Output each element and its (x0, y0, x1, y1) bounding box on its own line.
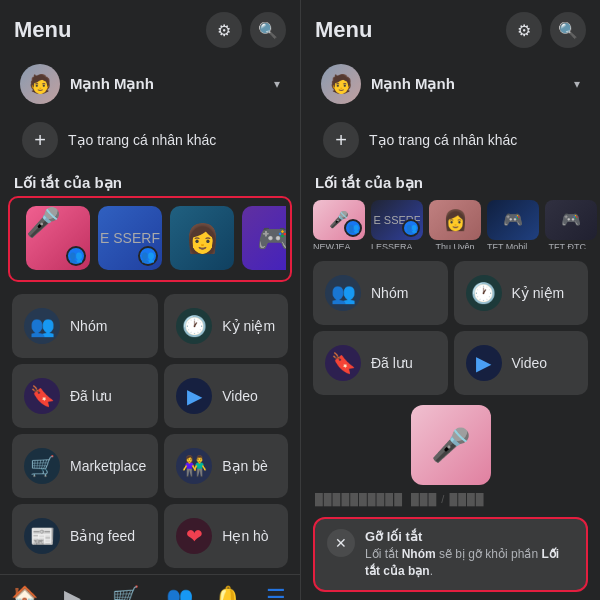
r-ky-niem-icon: 🕐 (466, 275, 502, 311)
left-menu-grid: 👥 Nhóm 🕐 Kỷ niệm 🔖 Đã lưu ▶ Video 🛒 Mark… (0, 288, 300, 574)
menu-label-hen-ho: Hẹn hò (222, 528, 268, 544)
left-shortcuts-label: Lối tắt của bạn (0, 168, 300, 196)
nav-nhom[interactable]: 👥 Nhóm (155, 581, 203, 600)
r-shortcut-2[interactable]: 👩 Thu Uyên (429, 200, 481, 249)
shortcut-item-1[interactable]: E SSERF 👥 (98, 206, 162, 270)
right-shortcuts-row: 🎤 👥 NEWJEANS MARKET -... E SSERF 👥 LESSE… (301, 196, 600, 255)
right-panel: Menu ⚙ 🔍 🧑 Mạnh Mạnh ▾ + Tạo trang cá nh… (300, 0, 600, 600)
toast-bold-nhom: Nhóm (402, 547, 436, 561)
r-label-1: LESSERAFI M - MUA... (371, 242, 423, 249)
left-user-row[interactable]: 🧑 Mạnh Mạnh ▾ (8, 56, 292, 112)
menu-label-bang-feed: Bảng feed (70, 528, 135, 544)
nav-trang-chu[interactable]: 🏠 Trang chủ (0, 581, 48, 600)
r-menu-da-luu[interactable]: 🔖 Đã lưu (313, 331, 448, 395)
shortcut-img-0: 🎤 (26, 207, 61, 238)
left-chevron-icon: ▾ (274, 77, 280, 91)
shortcut-img-3: 🎮 (257, 222, 287, 255)
right-search-button[interactable]: 🔍 (550, 12, 586, 48)
nhom-nav-icon: 👥 (166, 585, 193, 600)
bell-icon: 🔔 (214, 585, 241, 600)
menu-label-da-luu: Đã lưu (70, 388, 112, 404)
menu-item-hen-ho[interactable]: ❤ Hẹn hò (164, 504, 288, 568)
marketplace-nav-icon: 🛒 (112, 585, 139, 600)
right-search-icon: 🔍 (558, 21, 578, 40)
left-header-icons: ⚙ 🔍 (206, 12, 286, 48)
right-gear-icon: ⚙ (517, 21, 531, 40)
left-avatar: 🧑 (20, 64, 60, 104)
toast-close-button[interactable]: ✕ (327, 529, 355, 557)
left-title: Menu (14, 17, 71, 43)
left-search-button[interactable]: 🔍 (250, 12, 286, 48)
menu-item-marketplace[interactable]: 🛒 Marketplace (12, 434, 158, 498)
search-icon: 🔍 (258, 21, 278, 40)
shortcut-item-3[interactable]: 🎮 (242, 206, 286, 270)
menu-item-bang-feed[interactable]: 📰 Bảng feed (12, 504, 158, 568)
left-gear-button[interactable]: ⚙ (206, 12, 242, 48)
gear-icon: ⚙ (217, 21, 231, 40)
plus-icon: + (22, 122, 58, 158)
partial-text-row: ██████████ ███ / ████ (301, 489, 600, 509)
left-create-page-label: Tạo trang cá nhân khác (68, 132, 216, 148)
menu-item-ban-be[interactable]: 👫 Bạn bè (164, 434, 288, 498)
toast-body-suffix: sẽ bị gỡ khỏi phần (436, 547, 542, 561)
toast-body: Lối tắt Nhóm sẽ bị gỡ khỏi phần Lối tắt … (365, 546, 574, 580)
r-shortcut-0[interactable]: 🎤 👥 NEWJEANS MARKET -... (313, 200, 365, 249)
right-shortcuts-label: Lối tắt của bạn (301, 168, 600, 196)
shortcut-img-2: 👩 (185, 222, 220, 255)
left-panel: Menu ⚙ 🔍 🧑 Mạnh Mạnh ▾ + Tạo trang cá nh… (0, 0, 300, 600)
bang-feed-icon: 📰 (24, 518, 60, 554)
r-label-0: NEWJEANS MARKET -... (313, 242, 365, 250)
r-img-4: 🎮 (561, 210, 581, 229)
right-create-page-button[interactable]: + Tạo trang cá nhân khác (309, 114, 592, 166)
right-title: Menu (315, 17, 372, 43)
r-label-4: TFT ĐTC... (545, 242, 597, 250)
r-menu-ky-niem[interactable]: 🕐 Kỷ niệm (454, 261, 589, 325)
r-menu-label-nhom: Nhóm (371, 285, 408, 301)
left-header: Menu ⚙ 🔍 (0, 0, 300, 56)
right-user-row[interactable]: 🧑 Mạnh Mạnh ▾ (309, 56, 592, 112)
r-menu-video[interactable]: ▶ Video (454, 331, 589, 395)
r-label-2: Thu Uyên (429, 242, 481, 250)
left-user-name: Mạnh Mạnh (70, 75, 274, 93)
menu-nav-icon: ☰ (266, 585, 286, 600)
r-shortcut-4[interactable]: 🎮 TFT ĐTC... (545, 200, 597, 249)
r-badge-0: 👥 (344, 219, 362, 237)
shortcut-thumb-2: 👩 (170, 206, 234, 270)
right-header-icons: ⚙ 🔍 (506, 12, 586, 48)
shortcut-item-2[interactable]: 👩 (170, 206, 234, 270)
shortcut-item-0[interactable]: 🎤 👥 (26, 206, 90, 270)
r-shortcut-1[interactable]: E SSERF 👥 LESSERAFI M - MUA... (371, 200, 423, 249)
nav-menu[interactable]: ☰ Menu (252, 581, 300, 600)
right-gear-button[interactable]: ⚙ (506, 12, 542, 48)
r-label-3: TFT Mobile Việt Nam... (487, 242, 539, 250)
r-video-icon: ▶ (466, 345, 502, 381)
left-create-page-button[interactable]: + Tạo trang cá nhân khác (8, 114, 292, 166)
toast-body-end: . (430, 564, 433, 578)
nav-video[interactable]: ▶ Video (48, 581, 96, 600)
ban-be-icon: 👫 (176, 448, 212, 484)
video-icon: ▶ (176, 378, 212, 414)
r-menu-nhom[interactable]: 👥 Nhóm (313, 261, 448, 325)
right-featured-shortcut: 🎤 (301, 401, 600, 489)
menu-item-nhom[interactable]: 👥 Nhóm (12, 294, 158, 358)
menu-item-da-luu[interactable]: 🔖 Đã lưu (12, 364, 158, 428)
left-shortcuts-row: 🎤 👥 E SSERF 👥 👩 🎮 (14, 202, 286, 276)
r-thumb-4: 🎮 (545, 200, 597, 240)
marketplace-icon: 🛒 (24, 448, 60, 484)
nav-thong-bao[interactable]: 🔔 Thông báo (203, 581, 251, 600)
menu-item-ky-niem[interactable]: 🕐 Kỷ niệm (164, 294, 288, 358)
blurred-text-2: ███ / ████ (411, 493, 485, 505)
r-img-2: 👩 (443, 208, 468, 232)
right-header: Menu ⚙ 🔍 (301, 0, 600, 56)
nhom-icon: 👥 (24, 308, 60, 344)
r-thumb-0: 🎤 👥 (313, 200, 365, 240)
r-shortcut-3[interactable]: 🎮 TFT Mobile Việt Nam... (487, 200, 539, 249)
menu-item-video[interactable]: ▶ Video (164, 364, 288, 428)
nav-marketplace[interactable]: 🛒 Marketplace (97, 581, 155, 600)
left-shortcuts-container: 🎤 👥 E SSERF 👥 👩 🎮 (8, 196, 292, 282)
right-create-page-label: Tạo trang cá nhân khác (369, 132, 517, 148)
menu-label-ban-be: Bạn bè (222, 458, 268, 474)
shortcut-thumb-0: 🎤 👥 (26, 206, 90, 270)
right-plus-icon: + (323, 122, 359, 158)
r-menu-label-da-luu: Đã lưu (371, 355, 413, 371)
